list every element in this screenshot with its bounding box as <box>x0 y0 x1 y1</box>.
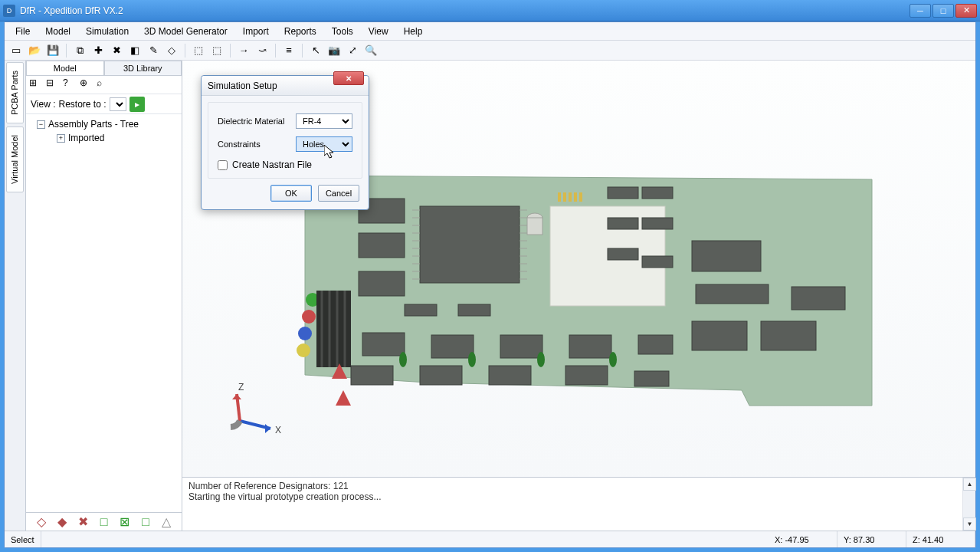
axis-x-label: X <box>275 425 281 435</box>
zoom-icon[interactable]: 🔍 <box>362 42 379 59</box>
menu-model[interactable]: Model <box>38 24 78 39</box>
svg-point-66 <box>468 352 476 367</box>
restore-select[interactable] <box>110 97 126 111</box>
view-label: View : <box>31 99 55 110</box>
app-icon: D <box>3 5 15 17</box>
constraints-select[interactable]: Holes <box>296 136 352 152</box>
maximize-button[interactable]: □ <box>932 4 954 18</box>
tree-icon[interactable]: ⊞ <box>29 77 44 93</box>
menu-bar: FileModelSimulation3D Model GeneratorImp… <box>5 22 975 41</box>
status-y: Y: 87.30 <box>837 531 906 547</box>
open-icon[interactable]: 📂 <box>26 42 43 59</box>
svg-point-65 <box>399 352 407 367</box>
svg-point-59 <box>297 343 310 357</box>
copy-icon[interactable]: ⧉ <box>71 42 88 59</box>
zoomfit-icon[interactable]: ⤢ <box>344 42 361 59</box>
list-icon[interactable]: ≡ <box>280 42 297 59</box>
vtab-virtual-model[interactable]: Virtual Model <box>6 127 24 192</box>
console-scrollbar[interactable]: ▲ ▼ <box>962 478 975 531</box>
shape-square-empty[interactable]: □ <box>97 515 110 529</box>
camera-icon[interactable]: 📷 <box>326 42 343 59</box>
export-icon[interactable]: → <box>235 42 252 59</box>
dialog-title: Simulation Setup <box>208 80 277 91</box>
svg-rect-52 <box>574 192 577 202</box>
menu-3d-model-generator[interactable]: 3D Model Generator <box>136 24 235 39</box>
cancel-button[interactable]: Cancel <box>318 185 359 202</box>
svg-rect-33 <box>696 284 769 304</box>
restore-apply-button[interactable]: ▸ <box>129 97 145 112</box>
svg-rect-40 <box>431 335 474 358</box>
brush-icon[interactable]: ✎ <box>145 42 162 59</box>
cut-icon[interactable]: ✖ <box>108 42 125 59</box>
expand-icon[interactable]: ⊕ <box>80 77 95 93</box>
output-console[interactable]: Number of Reference Designators: 121 Sta… <box>182 477 975 531</box>
svg-rect-42 <box>351 366 393 385</box>
menu-help[interactable]: Help <box>396 24 431 39</box>
svg-point-68 <box>609 352 617 367</box>
svg-rect-45 <box>565 366 608 385</box>
svg-rect-43 <box>420 366 462 385</box>
minimize-button[interactable]: ─ <box>910 4 931 18</box>
menu-reports[interactable]: Reports <box>277 24 324 39</box>
tree-root[interactable]: − Assembly Parts - Tree <box>28 117 180 131</box>
paste-icon[interactable]: ✚ <box>90 42 107 59</box>
create-nastran-checkbox[interactable] <box>218 160 228 170</box>
ok-button[interactable]: OK <box>270 185 312 202</box>
close-window-button[interactable]: ✕ <box>955 4 977 18</box>
constraints-label: Constraints <box>218 140 290 149</box>
status-mode: Select <box>5 531 41 547</box>
cubes-icon[interactable]: ⬚ <box>208 42 225 59</box>
vtab-pcba-parts[interactable]: PCBA Parts <box>6 62 24 123</box>
highlight-icon[interactable]: ◧ <box>126 42 143 59</box>
menu-import[interactable]: Import <box>235 24 277 39</box>
shape-square-x[interactable]: ⊠ <box>118 515 132 529</box>
shape-square-fill[interactable]: □ <box>139 515 152 529</box>
shape-diamond-fill[interactable]: ◆ <box>55 515 69 529</box>
new-icon[interactable]: ▭ <box>8 42 25 59</box>
side-tabs: Model 3D Library <box>26 61 182 76</box>
svg-marker-70 <box>336 390 351 406</box>
svg-rect-51 <box>569 192 572 202</box>
cube-icon[interactable]: ⬚ <box>190 42 207 59</box>
svg-rect-34 <box>792 287 845 310</box>
dielectric-select[interactable]: FR-4 <box>296 113 352 129</box>
shape-diamond-empty[interactable]: ◇ <box>34 515 48 529</box>
menu-view[interactable]: View <box>361 24 396 39</box>
menu-tools[interactable]: Tools <box>324 24 361 39</box>
svg-rect-32 <box>692 241 761 271</box>
layer-icon[interactable]: ◇ <box>163 42 180 59</box>
svg-rect-36 <box>761 321 816 350</box>
tree-collapse-icon[interactable]: − <box>37 120 45 129</box>
menu-file[interactable]: File <box>8 24 38 39</box>
vertical-tab-strip: PCBA Parts Virtual Model <box>5 61 26 531</box>
tree-child[interactable]: + Imported <box>28 131 180 145</box>
run-icon[interactable]: ⤻ <box>254 42 270 59</box>
status-x: X: -47.95 <box>769 531 837 547</box>
create-nastran-label: Create Nastran File <box>232 159 312 170</box>
pointer-icon[interactable]: ↖ <box>307 42 324 59</box>
svg-rect-24 <box>359 233 405 258</box>
svg-rect-41 <box>362 333 405 356</box>
svg-rect-47 <box>405 304 437 316</box>
dialog-close-button[interactable]: ✕ <box>333 71 364 85</box>
save-icon[interactable]: 💾 <box>44 42 61 59</box>
scroll-up-icon[interactable]: ▲ <box>963 478 976 491</box>
tab-3d-library[interactable]: 3D Library <box>104 61 182 75</box>
scroll-down-icon[interactable]: ▼ <box>963 518 976 531</box>
side-panel: Model 3D Library ⊞⊟?⊕⌕ View : Restore to… <box>26 61 182 531</box>
dialog-title-bar[interactable]: Simulation Setup ✕ <box>202 76 369 96</box>
find-icon[interactable]: ⌕ <box>97 77 112 93</box>
tree2-icon[interactable]: ⊟ <box>46 77 61 93</box>
menu-simulation[interactable]: Simulation <box>78 24 136 39</box>
svg-marker-72 <box>265 424 270 433</box>
svg-rect-53 <box>579 192 582 202</box>
tree-expand-icon[interactable]: + <box>57 134 65 143</box>
help-icon[interactable]: ? <box>63 77 78 93</box>
main-toolbar: ▭📂💾⧉✚✖◧✎◇⬚⬚→⤻≡↖📷⤢🔍 <box>5 41 975 61</box>
tab-model[interactable]: Model <box>26 61 104 75</box>
shape-diamond-x[interactable]: ✖ <box>76 515 90 529</box>
shape-triangle[interactable]: △ <box>159 515 173 529</box>
main-area: PCBA Parts Virtual Model Model 3D Librar… <box>5 61 975 531</box>
parts-tree[interactable]: − Assembly Parts - Tree + Imported <box>26 114 182 512</box>
status-z: Z: 41.40 <box>906 531 975 547</box>
